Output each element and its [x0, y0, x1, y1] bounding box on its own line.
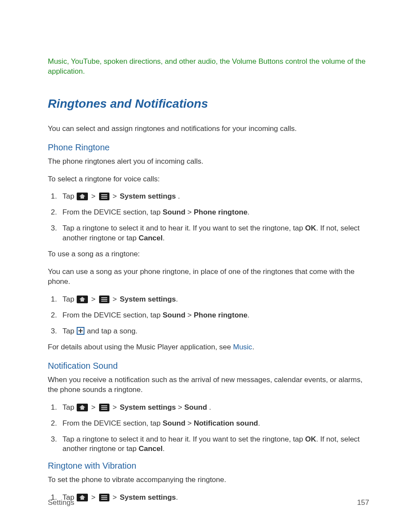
text: Tap	[62, 327, 76, 335]
cancel-label: Cancel	[139, 234, 163, 242]
separator: >	[110, 403, 120, 411]
plus-icon	[77, 327, 84, 335]
page: Music, YouTube, spoken directions, and o…	[0, 0, 411, 532]
text: Tap a ringtone to select it and to hear …	[62, 224, 305, 232]
sound-label: Sound	[162, 419, 185, 427]
text: and tap a song.	[85, 327, 137, 335]
phone-ringtone-label: Phone ringtone	[194, 208, 248, 216]
notification-sound-p1: When you receive a notification such as …	[48, 375, 369, 395]
text: .	[258, 419, 260, 427]
system-settings-label: System settings	[120, 403, 176, 411]
separator: >	[110, 295, 120, 303]
separator: >	[185, 419, 193, 427]
home-icon	[77, 296, 88, 303]
notification-sound-label: Notification sound	[194, 419, 258, 427]
ringtone-vibration-title: Ringtone with Vibration	[48, 460, 369, 472]
music-link[interactable]: Music	[233, 343, 252, 351]
text: .	[247, 311, 249, 319]
text: From the DEVICE section, tap	[62, 311, 162, 319]
separator: >	[88, 295, 98, 303]
text: .	[162, 445, 165, 453]
ringtone-vibration-p1: To set the phone to vibrate accompanying…	[48, 475, 369, 485]
text: For details about using the Music Player…	[48, 343, 233, 351]
sound-label: Sound	[162, 208, 185, 216]
text: From the DEVICE section, tap	[62, 419, 162, 427]
system-settings-label: System settings	[120, 192, 176, 200]
text: .	[207, 403, 211, 411]
separator: >	[88, 192, 98, 200]
text: Tap	[62, 295, 76, 303]
text: .	[252, 343, 254, 351]
step: Tap and tap a song.	[59, 327, 369, 336]
section-title: Ringtones and Notifications	[48, 96, 369, 112]
notification-sound-title: Notification Sound	[48, 360, 369, 372]
ok-label: OK	[305, 224, 316, 232]
page-number: 157	[357, 498, 369, 508]
music-details-p: For details about using the Music Player…	[48, 342, 369, 352]
phone-ringtone-p2: To select a ringtone for voice calls:	[48, 174, 369, 184]
text: Tap	[62, 403, 76, 411]
ok-label: OK	[305, 435, 316, 443]
phone-ringtone-p3: To use a song as a ringtone:	[48, 249, 369, 259]
step: Tap > > System settings .	[59, 192, 369, 202]
text: .	[176, 192, 180, 200]
sound-label: Sound	[162, 311, 185, 319]
phone-ringtone-steps-b: Tap > > System settings. From the DEVICE…	[48, 295, 369, 336]
home-icon	[77, 193, 88, 200]
text: Tap a ringtone to select it and to hear …	[62, 435, 305, 443]
text: .	[247, 208, 249, 216]
phone-ringtone-p1: The phone ringtones alert you of incomin…	[48, 157, 369, 167]
menu-icon	[99, 404, 109, 411]
menu-icon	[99, 296, 109, 303]
text: .	[176, 295, 178, 303]
text: Tap	[62, 192, 76, 200]
footer-section-label: Settings	[48, 498, 74, 508]
notification-sound-steps: Tap > > System settings > Sound . From t…	[48, 403, 369, 454]
page-footer: Settings 157	[48, 498, 369, 508]
phone-ringtone-label: Phone ringtone	[194, 311, 248, 319]
step: Tap a ringtone to select it and to hear …	[59, 224, 369, 243]
separator: >	[185, 208, 193, 216]
text: From the DEVICE section, tap	[62, 208, 162, 216]
separator: >	[176, 403, 184, 411]
home-icon	[77, 404, 88, 411]
cancel-label: Cancel	[139, 445, 163, 453]
step: From the DEVICE section, tap Sound > Pho…	[59, 311, 369, 320]
sound-label: Sound	[184, 403, 207, 411]
separator: >	[185, 311, 193, 319]
separator: >	[88, 403, 98, 411]
phone-ringtone-steps-a: Tap > > System settings . From the DEVIC…	[48, 192, 369, 243]
text: .	[162, 234, 165, 242]
step: Tap > > System settings.	[59, 295, 369, 305]
system-settings-label: System settings	[120, 295, 176, 303]
step: Tap a ringtone to select it and to hear …	[59, 435, 369, 454]
step: Tap > > System settings > Sound .	[59, 403, 369, 413]
step: From the DEVICE section, tap Sound > Not…	[59, 419, 369, 429]
phone-ringtone-p4: You can use a song as your phone rington…	[48, 267, 369, 287]
phone-ringtone-title: Phone Ringtone	[48, 142, 369, 153]
step: From the DEVICE section, tap Sound > Pho…	[59, 208, 369, 218]
carryover-note: Music, YouTube, spoken directions, and o…	[48, 57, 369, 77]
menu-icon	[99, 193, 109, 200]
section-intro: You can select and assign ringtones and …	[48, 124, 369, 134]
separator: >	[110, 192, 120, 200]
